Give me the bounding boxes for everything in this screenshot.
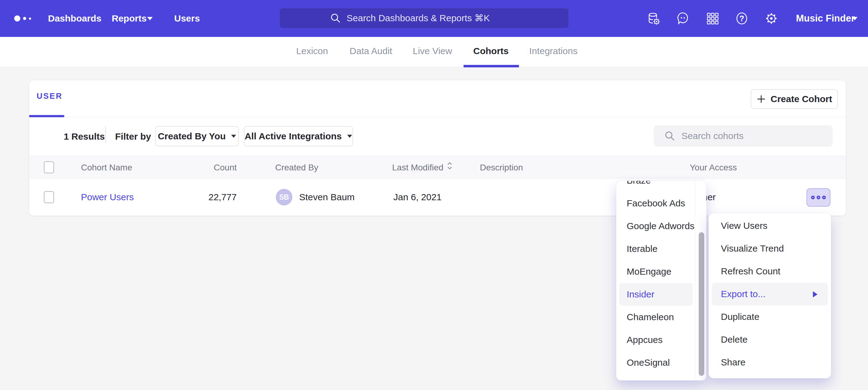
- cohort-search-input[interactable]: [681, 130, 833, 141]
- caret-down-icon: [231, 135, 236, 138]
- top-navbar: Dashboards Reports Users: [0, 0, 868, 37]
- row-more-actions-button[interactable]: [806, 188, 831, 207]
- submenu-item-onesignal[interactable]: OneSignal: [616, 351, 695, 374]
- submenu-item-appcues[interactable]: Appcues: [616, 328, 695, 351]
- column-description: Description: [480, 156, 523, 179]
- submenu-scrollbar-thumb[interactable]: [699, 232, 704, 376]
- caret-down-icon: [347, 135, 352, 138]
- last-modified-value: Jan 6, 2021: [393, 179, 442, 216]
- submenu-item-moengage[interactable]: MoEngage: [616, 260, 695, 283]
- active-tab-underline: [464, 65, 519, 67]
- database-gear-icon[interactable]: [646, 11, 661, 26]
- arrow-right-icon: [813, 291, 817, 297]
- caret-down-icon: [147, 17, 153, 20]
- menu-item-export-to-label: Export to...: [721, 289, 766, 299]
- menu-item-visualize-trend[interactable]: Visualize Trend: [709, 237, 831, 260]
- column-created-by: Created By: [275, 156, 318, 179]
- chat-bubble-icon[interactable]: [676, 11, 690, 26]
- tab-user-cohorts[interactable]: USER: [37, 91, 62, 101]
- ellipsis-icon: [811, 196, 815, 199]
- global-search-bar[interactable]: [279, 8, 569, 28]
- filter-by-label: Filter by: [115, 131, 151, 142]
- row-checkbox[interactable]: [44, 191, 54, 203]
- sort-icon[interactable]: [446, 156, 453, 179]
- cohort-count: 22,777: [177, 179, 237, 216]
- menu-item-refresh-count[interactable]: Refresh Count: [709, 260, 831, 283]
- menu-item-delete[interactable]: Delete: [709, 328, 831, 351]
- column-last-modified: Last Modified: [392, 156, 453, 179]
- tab-data-audit[interactable]: Data Audit: [350, 37, 392, 65]
- submenu-item-google-adwords[interactable]: Google Adwords: [616, 215, 695, 237]
- menu-item-export-to[interactable]: Export to...: [712, 283, 828, 305]
- cohort-search-bar[interactable]: [654, 125, 833, 147]
- divider: [105, 126, 106, 143]
- submenu-item-iterable[interactable]: Iterable: [616, 237, 695, 260]
- menu-item-duplicate[interactable]: Duplicate: [709, 305, 831, 328]
- tab-live-view[interactable]: Live View: [413, 37, 452, 65]
- ellipsis-icon: [822, 196, 826, 199]
- menu-item-share[interactable]: Share: [709, 351, 831, 374]
- gear-icon[interactable]: [764, 11, 779, 26]
- tab-cohorts[interactable]: Cohorts: [473, 37, 509, 65]
- tab-integrations[interactable]: Integrations: [529, 37, 578, 65]
- nav-reports[interactable]: Reports: [112, 0, 147, 37]
- global-search-input[interactable]: [346, 12, 518, 24]
- select-all-checkbox[interactable]: [44, 161, 54, 173]
- column-last-modified-label: Last Modified: [392, 163, 443, 172]
- column-cohort-name: Cohort Name: [81, 156, 132, 179]
- integrations-dropdown-value: All Active Integrations: [245, 131, 342, 141]
- menu-item-view-users[interactable]: View Users: [709, 215, 831, 237]
- table-row: Power Users 22,777 SB Steven Baum Jan 6,…: [29, 179, 846, 216]
- divider: [29, 117, 846, 118]
- results-count: 1 Results: [64, 131, 105, 142]
- created-by-dropdown[interactable]: Created By You: [155, 126, 239, 147]
- search-icon: [330, 12, 341, 24]
- avatar: SB: [276, 189, 292, 205]
- created-by-dropdown-value: Created By You: [158, 131, 226, 141]
- created-by-value: Steven Baum: [299, 179, 354, 216]
- integrations-dropdown[interactable]: All Active Integrations: [244, 126, 353, 147]
- column-your-access: Your Access: [690, 156, 737, 179]
- nav-dashboards[interactable]: Dashboards: [48, 0, 101, 37]
- svg-text:?: ?: [739, 14, 744, 23]
- search-icon: [664, 130, 675, 141]
- help-circle-icon[interactable]: ?: [735, 11, 749, 26]
- caret-down-icon: [852, 17, 858, 20]
- submenu-item-insider[interactable]: Insider: [619, 283, 693, 306]
- cohort-name-link[interactable]: Power Users: [81, 179, 134, 216]
- cohorts-panel: USER Create Cohort 1 Results Filter by C…: [29, 80, 846, 216]
- project-switcher[interactable]: Music Finder: [796, 0, 855, 37]
- create-cohort-label: Create Cohort: [770, 94, 832, 104]
- app-window: Dashboards Reports Users: [0, 0, 868, 390]
- export-integrations-submenu: Braze Facebook Ads Google Adwords Iterab…: [616, 181, 706, 381]
- row-actions-menu: View Users Visualize Trend Refresh Count…: [709, 213, 831, 378]
- tab-lexicon[interactable]: Lexicon: [296, 37, 328, 65]
- nav-users[interactable]: Users: [174, 0, 200, 37]
- submenu-item-facebook-ads[interactable]: Facebook Ads: [616, 192, 695, 215]
- submenu-item-braze[interactable]: Braze: [616, 181, 695, 192]
- column-count: Count: [177, 156, 237, 179]
- submenu-item-chameleon[interactable]: Chameleon: [616, 306, 695, 328]
- mixpanel-logo-icon[interactable]: [14, 0, 31, 37]
- ellipsis-icon: [816, 196, 820, 199]
- apps-grid-icon[interactable]: [705, 11, 720, 26]
- create-cohort-button[interactable]: Create Cohort: [751, 89, 838, 109]
- table-header: Cohort Name Count Created By Last Modifi…: [29, 156, 846, 179]
- user-tab-underline: [29, 115, 64, 117]
- plus-icon: [756, 94, 766, 104]
